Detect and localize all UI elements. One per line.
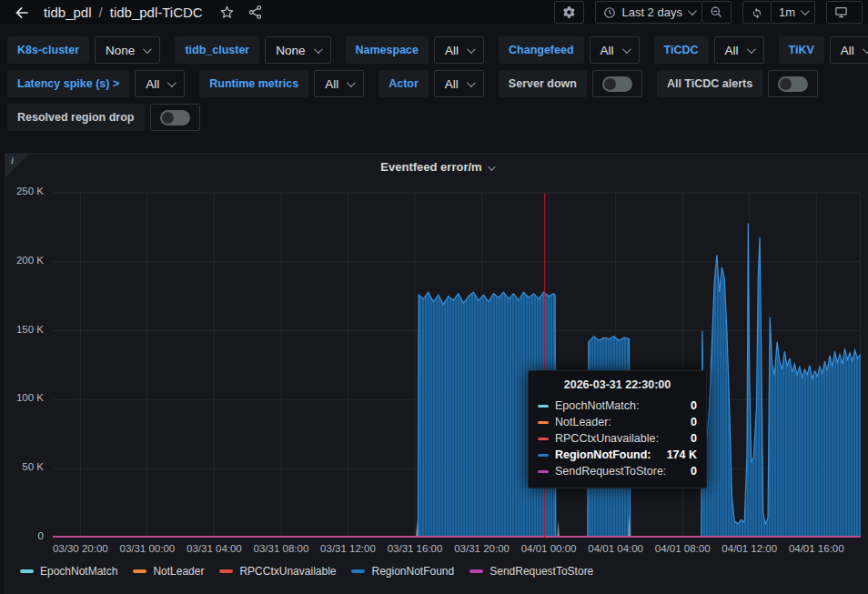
legend-label: NotLeader <box>153 565 204 578</box>
back-arrow-icon <box>13 4 31 22</box>
variable-value: All <box>725 44 739 57</box>
refresh-button[interactable] <box>742 1 772 24</box>
legend-swatch <box>351 569 365 573</box>
chevron-down-icon <box>747 45 756 54</box>
dashboard-settings-button[interactable] <box>554 1 584 24</box>
nav-right-controls: Last 2 days 1m <box>554 1 863 24</box>
kiosk-mode-button[interactable] <box>826 1 863 24</box>
star-dashboard-button[interactable] <box>219 5 235 20</box>
tooltip-series-value: 0 <box>691 463 697 479</box>
toggle-all-ticdc-alerts[interactable] <box>768 70 818 97</box>
time-range-label: Last 2 days <box>621 5 682 19</box>
tooltip-timestamp: 2026-03-31 22:30:00 <box>538 378 697 391</box>
variable-select-runtime-metrics[interactable]: All <box>314 70 364 97</box>
variable-value: All <box>601 44 614 57</box>
y-axis-tick-label: 100 K <box>5 392 44 403</box>
variable-label-latency-spike-s: Latency spike (s) > <box>7 70 129 97</box>
variable-label-tidb-cluster: tidb_cluster <box>175 36 259 64</box>
variable-changefeed: ChangefeedAll <box>499 36 640 64</box>
variable-label-all-ticdc-alerts: All TiCDC alerts <box>657 70 762 97</box>
toggle-resolved-region-drop[interactable] <box>150 104 200 131</box>
variable-value: All <box>146 77 159 91</box>
variable-label-server-down: Server down <box>499 70 587 97</box>
chevron-down-icon <box>467 78 476 87</box>
refresh-interval-label: 1m <box>779 5 795 19</box>
breadcrumb-dashboard[interactable]: tidb_pdl-TiCDC <box>110 5 203 20</box>
chevron-down-icon <box>313 45 322 54</box>
legend-item-sendrequesttostore[interactable]: SendRequestToStore <box>469 565 593 578</box>
variable-actor: ActorAll <box>378 70 484 97</box>
variable-select-namespace[interactable]: All <box>434 36 484 64</box>
legend-swatch <box>20 569 34 573</box>
legend-item-notleader[interactable]: NotLeader <box>133 565 204 578</box>
tooltip-series-name: RegionNotFound: <box>555 447 651 463</box>
legend-item-regionnotfound[interactable]: RegionNotFound <box>351 565 454 578</box>
gear-icon <box>562 5 576 19</box>
tooltip-series-value: 0 <box>691 398 697 414</box>
toggle-server-down[interactable] <box>592 70 642 97</box>
toggle-switch[interactable] <box>160 110 190 126</box>
variable-runtime-metrics: Runtime metricsAll <box>199 70 364 97</box>
breadcrumb: tidb_pdl / tidb_pdl-TiCDC <box>44 5 203 20</box>
toggle-switch[interactable] <box>602 76 632 92</box>
toggle-switch[interactable] <box>778 76 808 92</box>
monitor-icon <box>834 5 848 19</box>
variable-select-changefeed[interactable]: All <box>590 36 640 64</box>
tooltip-series-swatch <box>538 454 549 457</box>
tooltip-series-name: SendRequestToStore: <box>555 463 666 479</box>
tooltip-row-notleader: NotLeader:0 <box>538 414 697 430</box>
variable-latency-spike-s: Latency spike (s) >All <box>7 70 185 97</box>
star-icon <box>219 5 235 20</box>
legend-label: RPCCtxUnavailable <box>239 565 336 578</box>
chevron-down-icon <box>467 45 476 54</box>
variable-select-k8s-cluster[interactable]: None <box>95 36 160 64</box>
tooltip-series-value: 0 <box>691 414 697 430</box>
variable-select-tikv[interactable]: All <box>830 36 868 64</box>
tooltip-row-regionnotfound: RegionNotFound:174 K <box>538 447 697 463</box>
variable-label-namespace: Namespace <box>346 36 429 64</box>
variable-ticdc: TiCDCAll <box>654 36 764 64</box>
variable-value: All <box>325 77 338 91</box>
tooltip-row-rpcctxunavailable: RPCCtxUnavailable:0 <box>538 430 697 447</box>
tooltip-series-swatch <box>538 470 549 473</box>
y-axis-tick-label: 50 K <box>5 461 44 472</box>
variable-select-latency-spike-s[interactable]: All <box>135 70 185 97</box>
legend-swatch <box>219 569 233 573</box>
variable-value: All <box>841 44 854 57</box>
variable-label-changefeed: Changefeed <box>499 36 584 64</box>
y-axis-tick-label: 0 <box>5 530 44 541</box>
variable-value: All <box>445 77 459 91</box>
refresh-interval-picker[interactable]: 1m <box>771 1 815 24</box>
tooltip-series-value: 0 <box>691 430 697 447</box>
share-dashboard-button[interactable] <box>247 5 263 20</box>
zoom-out-time-button[interactable] <box>701 1 732 24</box>
legend-item-rpcctxunavailable[interactable]: RPCCtxUnavailable <box>219 565 336 578</box>
tooltip-series-name: RPCCtxUnavailable: <box>555 430 659 447</box>
variable-select-ticdc[interactable]: All <box>714 36 764 64</box>
panel-title[interactable]: Eventfeed error/m <box>5 160 868 174</box>
panel-eventfeed-error: i Eventfeed error/m 050 K100 K150 K200 K… <box>5 153 868 594</box>
variable-namespace: NamespaceAll <box>346 36 485 64</box>
timeseries-chart[interactable] <box>53 187 861 538</box>
breadcrumb-folder[interactable]: tidb_pdl <box>44 5 92 20</box>
back-button[interactable] <box>9 1 35 25</box>
variable-resolved-region-drop: Resolved region drop <box>7 104 200 131</box>
tooltip-series-swatch <box>538 438 549 440</box>
chevron-down-icon <box>622 45 631 54</box>
variable-tidb-cluster: tidb_clusterNone <box>175 36 330 64</box>
dashboard-variables: K8s-clusterNonetidb_clusterNoneNamespace… <box>0 25 868 139</box>
legend-swatch <box>469 569 483 573</box>
time-range-picker[interactable]: Last 2 days <box>595 1 702 24</box>
clock-icon <box>603 6 616 19</box>
y-axis-tick-label: 150 K <box>5 324 44 335</box>
tooltip-series-swatch <box>538 405 549 408</box>
zoom-out-icon <box>710 5 723 19</box>
variable-select-tidb-cluster[interactable]: None <box>265 36 330 64</box>
legend-item-epochnotmatch[interactable]: EpochNotMatch <box>20 565 117 578</box>
variable-select-actor[interactable]: All <box>434 70 484 97</box>
tooltip-row-epochnotmatch: EpochNotMatch:0 <box>538 398 697 414</box>
y-axis-tick-label: 250 K <box>5 186 44 196</box>
series-area-regionnotfound <box>53 223 861 538</box>
y-axis-tick-label: 200 K <box>5 255 44 266</box>
variable-label-k8s-cluster: K8s-cluster <box>7 36 89 64</box>
